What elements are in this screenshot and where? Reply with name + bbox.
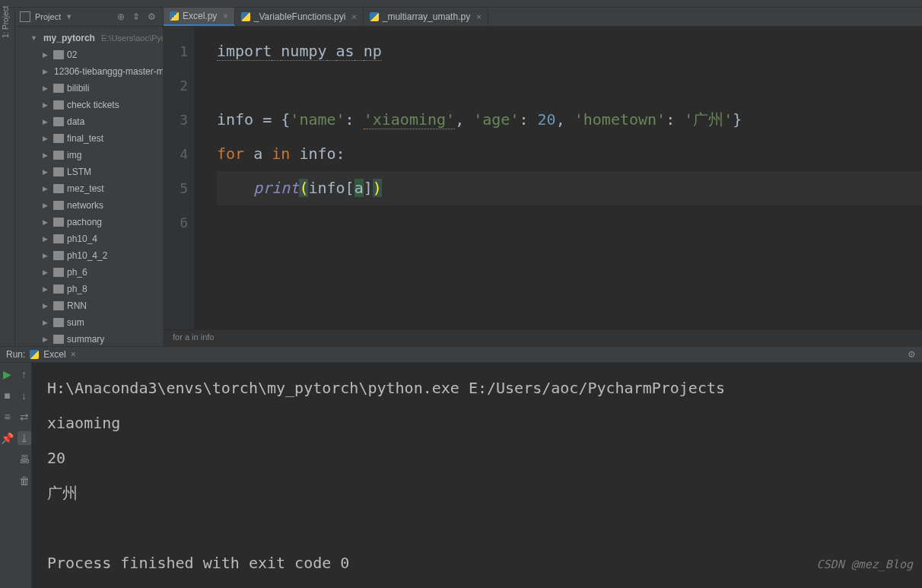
chevron-right-icon[interactable]: ▶ bbox=[43, 84, 50, 92]
tree-folder[interactable]: ▶ph_6 bbox=[15, 264, 163, 281]
tree-folder[interactable]: ▶ph10_4_2 bbox=[15, 247, 163, 264]
chevron-right-icon[interactable]: ▶ bbox=[43, 168, 50, 176]
tree-folder[interactable]: ▶LSTM bbox=[15, 164, 163, 180]
tree-folder[interactable]: ▶bilibili bbox=[15, 80, 163, 97]
chevron-right-icon[interactable]: ▶ bbox=[43, 285, 50, 293]
tree-folder[interactable]: ▶mez_test bbox=[15, 180, 163, 197]
tree-folder[interactable]: ▶pachong bbox=[15, 214, 163, 230]
tree-root[interactable]: ▼ my_pytorch E:\Users\aoc\Pyc bbox=[15, 30, 163, 46]
tab-excel[interactable]: Excel.py × bbox=[164, 8, 235, 26]
tree-folder-label: ph10_4 bbox=[67, 234, 97, 244]
folder-icon bbox=[53, 84, 64, 93]
editor-body[interactable]: 1 2 3 4 5 6 import numpy as np info = {'… bbox=[164, 27, 922, 329]
tree-folder[interactable]: ▶ph10_4 bbox=[15, 230, 163, 247]
chevron-right-icon[interactable]: ▶ bbox=[43, 302, 50, 310]
folder-icon bbox=[53, 318, 64, 327]
stop-button[interactable]: ■ bbox=[1, 389, 14, 402]
print-button[interactable]: 🖶 bbox=[17, 453, 31, 466]
trash-button[interactable]: 🗑 bbox=[17, 474, 31, 488]
tree-folder-label: sum bbox=[67, 317, 84, 328]
left-stripe-bottom: 7: Structure bbox=[0, 512, 15, 588]
tree-folder-label: img bbox=[67, 150, 81, 161]
python-icon bbox=[30, 350, 39, 359]
chevron-down-icon[interactable]: ▼ bbox=[30, 34, 37, 42]
tree-folder-label: LSTM bbox=[67, 167, 91, 177]
chevron-right-icon[interactable]: ▶ bbox=[43, 185, 50, 192]
console-line: 广州 bbox=[47, 484, 78, 502]
tab-variablefunctions[interactable]: _VariableFunctions.pyi × bbox=[235, 8, 364, 26]
folder-icon bbox=[53, 201, 64, 210]
project-stripe-label[interactable]: 1: Project bbox=[2, 6, 10, 38]
breadcrumb-bar bbox=[0, 0, 922, 8]
target-icon[interactable]: ⊕ bbox=[117, 11, 128, 22]
chevron-right-icon[interactable]: ▶ bbox=[43, 269, 50, 276]
tree-folder[interactable]: ▶ph_8 bbox=[15, 281, 163, 297]
folder-icon bbox=[53, 167, 64, 176]
gear-icon[interactable]: ⚙ bbox=[148, 11, 158, 22]
close-icon[interactable]: × bbox=[223, 11, 227, 21]
run-label: Run: bbox=[6, 349, 25, 360]
console-line: 20 bbox=[47, 449, 65, 467]
tree-folder-label: summary bbox=[67, 334, 104, 345]
chevron-right-icon[interactable]: ▶ bbox=[43, 118, 50, 126]
chevron-down-icon[interactable]: ▼ bbox=[65, 13, 72, 21]
tree-folder[interactable]: ▶data bbox=[15, 113, 163, 130]
tree-folder[interactable]: ▶sum bbox=[15, 314, 163, 331]
run-config-name[interactable]: Excel bbox=[43, 349, 65, 360]
code-line-6 bbox=[217, 205, 922, 240]
chevron-right-icon[interactable]: ▶ bbox=[43, 335, 50, 343]
pin-button[interactable]: 📌 bbox=[1, 431, 14, 445]
folder-icon bbox=[53, 100, 64, 110]
project-header: Project ▼ ⊕ ⇕ ⚙ bbox=[15, 8, 163, 27]
gear-icon[interactable]: ⚙ bbox=[908, 349, 916, 360]
chevron-right-icon[interactable]: ▶ bbox=[43, 235, 50, 243]
code-line-2 bbox=[217, 68, 922, 103]
blank2 bbox=[1, 474, 14, 488]
close-icon[interactable]: × bbox=[71, 349, 76, 360]
down-button[interactable]: ↓ bbox=[17, 389, 31, 402]
tree-folder-label: data bbox=[67, 116, 84, 127]
wrap-button[interactable]: ⇄ bbox=[17, 410, 31, 424]
layout-button[interactable]: ≡ bbox=[1, 410, 14, 424]
chevron-right-icon[interactable]: ▶ bbox=[43, 252, 50, 259]
code-line-4: for a in info: bbox=[217, 137, 922, 171]
code-line-1: import numpy as np bbox=[217, 34, 922, 68]
python-icon bbox=[370, 12, 379, 21]
chevron-right-icon[interactable]: ▶ bbox=[43, 202, 50, 209]
chevron-right-icon[interactable]: ▶ bbox=[43, 101, 50, 109]
scroll-button[interactable]: ⤓ bbox=[17, 431, 31, 445]
tab-label: Excel.py bbox=[183, 11, 217, 21]
editor-breadcrumb[interactable]: for a in info bbox=[164, 329, 922, 346]
chevron-right-icon[interactable]: ▶ bbox=[43, 135, 50, 142]
console-output[interactable]: H:\Anaconda3\envs\torch\my_pytorch\pytho… bbox=[32, 363, 922, 588]
code-line-3: info = {'name': 'xiaoming', 'age': 20, '… bbox=[217, 103, 922, 137]
code-content[interactable]: import numpy as np info = {'name': 'xiao… bbox=[194, 27, 922, 329]
tree-folder[interactable]: ▶check tickets bbox=[15, 97, 163, 113]
project-dropdown[interactable]: Project bbox=[35, 12, 61, 21]
folder-icon bbox=[53, 234, 64, 243]
tree-folder[interactable]: ▶img bbox=[15, 147, 163, 164]
structure-stripe-label[interactable]: 7: Structure bbox=[0, 541, 2, 580]
tree-folder[interactable]: ▶summary bbox=[15, 331, 163, 346]
tree-folder[interactable]: ▶02 bbox=[15, 46, 163, 63]
chevron-right-icon[interactable]: ▶ bbox=[43, 319, 50, 326]
chevron-right-icon[interactable]: ▶ bbox=[43, 68, 48, 75]
tree-folder-label: pachong bbox=[67, 217, 102, 227]
line-gutter: 1 2 3 4 5 6 bbox=[164, 27, 194, 329]
tree-folder[interactable]: ▶final_test bbox=[15, 130, 163, 147]
tab-multiarray[interactable]: _multiarray_umath.py × bbox=[364, 8, 488, 26]
chevron-right-icon[interactable]: ▶ bbox=[43, 151, 50, 159]
rerun-button[interactable]: ▶ bbox=[1, 367, 14, 381]
up-button[interactable]: ↑ bbox=[17, 367, 31, 381]
collapse-icon[interactable]: ⇕ bbox=[132, 11, 143, 22]
chevron-right-icon[interactable]: ▶ bbox=[43, 218, 50, 226]
console-line: Process finished with exit code 0 bbox=[47, 554, 349, 572]
watermark: CSDN @mez_Blog bbox=[817, 547, 913, 582]
chevron-right-icon[interactable]: ▶ bbox=[43, 51, 50, 59]
close-icon[interactable]: × bbox=[351, 12, 356, 21]
project-tree: ▼ my_pytorch E:\Users\aoc\Pyc ▶02▶12306-… bbox=[15, 27, 163, 346]
tree-folder[interactable]: ▶RNN bbox=[15, 297, 163, 314]
tree-folder[interactable]: ▶12306-tiebanggg-master-m bbox=[15, 63, 163, 80]
tree-folder[interactable]: ▶networks bbox=[15, 197, 163, 214]
close-icon[interactable]: × bbox=[476, 12, 481, 21]
